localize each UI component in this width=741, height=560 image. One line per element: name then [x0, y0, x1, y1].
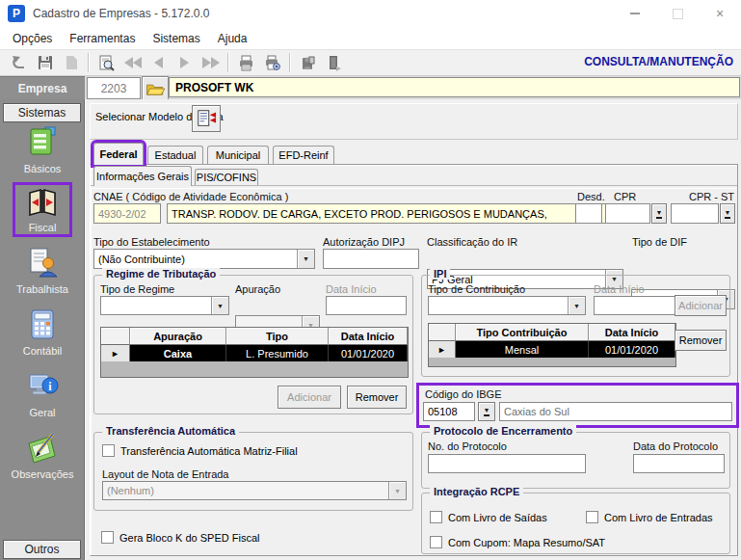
ibge-city-field[interactable]: Caxias do Sul — [499, 402, 732, 421]
checkbox-icon — [430, 536, 442, 548]
print-setup-button[interactable] — [259, 52, 285, 74]
print-preview-button[interactable] — [93, 52, 119, 74]
tipo-dif-label: Tipo de DIF — [632, 236, 687, 248]
checkbox-icon — [430, 511, 442, 523]
regime-data-inicio-field[interactable] — [326, 296, 407, 315]
sidebar-item-trabalhista[interactable]: Trabalhista — [0, 246, 85, 300]
basicos-books-icon — [26, 125, 59, 162]
regime-adicionar-button[interactable]: Adicionar — [278, 386, 341, 409]
combo-value: (Nenhum) — [107, 485, 154, 496]
company-code-field[interactable]: 2203 — [87, 77, 141, 99]
first-record-button[interactable] — [119, 52, 146, 74]
regime-grid[interactable]: Apuração Tipo Data Início ► Caixa L. Pre… — [100, 327, 409, 378]
group-title: Transferência Automática — [102, 425, 239, 437]
bloco-k-checkbox-row[interactable]: Gera Bloco K do SPED Fiscal — [101, 531, 260, 544]
transferencia-group: Transferência Automática Transferência A… — [93, 432, 413, 511]
cnae-code-field[interactable]: 4930-2/02 — [93, 203, 161, 224]
ipi-data-inicio-field[interactable] — [594, 296, 676, 315]
sidebar-outros-button[interactable]: Outros — [3, 540, 81, 559]
clear-record-icon — [63, 54, 80, 71]
grid-cell: 01/01/2020 — [589, 341, 675, 358]
cpr-field[interactable] — [605, 203, 650, 224]
maximize-button[interactable] — [656, 0, 699, 27]
subtab-informacoes-gerais[interactable]: Informações Gerais — [93, 166, 192, 186]
cpr-st-lookup-button[interactable]: ▼ — [720, 203, 735, 224]
sidebar-sistemas-button[interactable]: Sistemas — [3, 103, 81, 122]
desd-field[interactable] — [575, 203, 602, 224]
last-record-button[interactable] — [198, 52, 224, 74]
ipi-grid[interactable]: Tipo Contribuição Data Início ► Mensal 0… — [428, 323, 676, 367]
menu-ferramentas[interactable]: Ferramentas — [61, 32, 144, 45]
grid-cell: Mensal — [456, 341, 589, 358]
tipo-regime-combo[interactable]: ▼ — [100, 296, 229, 315]
previous-record-button[interactable] — [146, 52, 172, 74]
tab-federal[interactable]: Federal — [93, 143, 144, 165]
sidebar-item-observacoes[interactable]: Observações — [0, 431, 85, 485]
ipi-remover-button[interactable]: Remover — [675, 330, 727, 351]
cpr-st-field[interactable] — [671, 203, 719, 224]
numero-protocolo-field[interactable] — [428, 454, 586, 473]
sidebar-item-geral[interactable]: i Geral — [0, 369, 85, 423]
ipi-grid-selected-row[interactable]: ► Mensal 01/01/2020 — [429, 341, 675, 358]
group-title: IPI — [430, 268, 450, 280]
transferencia-checkbox-row[interactable]: Transferência Automática Matriz-Filial — [102, 444, 298, 457]
tipo-contribuicao-combo[interactable]: ▼ — [428, 296, 586, 315]
dropdown-arrow-icon: ▼ — [568, 297, 585, 314]
subtab-pis-cofins[interactable]: PIS/COFINS — [195, 169, 258, 185]
next-record-button[interactable] — [172, 52, 198, 74]
ibge-lookup-button[interactable]: ▼ — [478, 402, 495, 421]
open-folder-icon — [146, 81, 165, 96]
data-inicio-label: Data Início — [326, 283, 377, 295]
autorizacao-dipj-field[interactable] — [323, 249, 419, 269]
clear-button[interactable] — [58, 52, 84, 74]
rcpe-livro-entradas-checkbox-row[interactable]: Com Livro de Entradas — [586, 511, 713, 523]
menu-opcoes[interactable]: Opções — [4, 32, 61, 45]
ibge-highlight-box: Código do IBGE 05108 ▼ Caxias do Sul — [416, 383, 739, 428]
sidebar-item-contabil[interactable]: Contábil — [0, 307, 85, 361]
grid-cell: 01/01/2020 — [329, 345, 408, 361]
company-name-field[interactable]: PROSOFT WK — [169, 77, 740, 97]
checkbox-icon — [586, 511, 598, 523]
undo-button[interactable] — [6, 52, 32, 74]
exit-button[interactable] — [321, 52, 347, 74]
tab-municipal[interactable]: Municipal — [207, 146, 269, 164]
open-company-button[interactable] — [142, 76, 169, 100]
cpr-st-label: CPR - ST — [689, 191, 734, 202]
rcpe-livro-saidas-checkbox-row[interactable]: Com Livro de Saídas — [430, 511, 547, 523]
rcpe-cupom-checkbox-row[interactable]: Com Cupom: Mapa Resumo/SAT — [430, 536, 605, 548]
tab-estadual[interactable]: Estadual — [147, 146, 203, 164]
sidebar-item-basicos[interactable]: Básicos — [0, 125, 85, 179]
ibge-code-field[interactable]: 05108 — [423, 402, 475, 421]
sidebar: Sistemas Básicos Fiscal — [0, 99, 85, 560]
undo-icon — [10, 54, 28, 72]
regime-remover-button[interactable]: Remover — [347, 386, 407, 409]
menu-ajuda[interactable]: Ajuda — [209, 32, 256, 45]
print-button[interactable] — [233, 52, 259, 74]
close-button[interactable]: × — [699, 0, 741, 27]
save-icon — [37, 54, 54, 71]
checkbox-icon — [102, 444, 115, 457]
lookup-arrow-icon: ▼ — [656, 209, 663, 219]
tab-efd-reinf[interactable]: EFD-Reinf — [273, 146, 334, 164]
dropdown-arrow-icon: ▼ — [297, 250, 314, 268]
regime-grid-selected-row[interactable]: ► Caixa L. Presumido 01/01/2020 — [101, 345, 408, 361]
cnae-description-field[interactable]: TRANSP. RODOV. DE CARGA, EXCETO PROD. PE… — [167, 203, 627, 224]
grid-col-header: Tipo Contribuição — [456, 324, 589, 341]
ipi-adicionar-button[interactable]: Adicionar — [675, 295, 727, 316]
mode-indicator: CONSULTA/MANUTENÇÃO — [584, 55, 733, 68]
layout-nota-combo[interactable]: (Nenhum) ▼ — [102, 481, 407, 500]
data-protocolo-field[interactable] — [633, 454, 725, 473]
save-button[interactable] — [32, 52, 58, 74]
grid-cell: Caixa — [130, 345, 226, 361]
reports-button[interactable] — [295, 52, 321, 74]
tipo-estabelecimento-combo[interactable]: (Não Contribuinte) ▼ — [93, 249, 315, 269]
checkbox-label: Com Livro de Saídas — [448, 512, 547, 523]
checkbox-icon — [101, 531, 114, 544]
tab-label: Estadual — [155, 149, 197, 161]
minimize-button[interactable] — [614, 0, 656, 27]
company-bar: Empresa 2203 PROSOFT WK — [0, 76, 741, 99]
cpr-lookup-button[interactable]: ▼ — [651, 203, 667, 224]
classificacao-ir-label: Classificação do IR — [427, 236, 517, 248]
select-model-button[interactable] — [192, 105, 221, 132]
menu-sistemas[interactable]: Sistemas — [144, 32, 208, 45]
